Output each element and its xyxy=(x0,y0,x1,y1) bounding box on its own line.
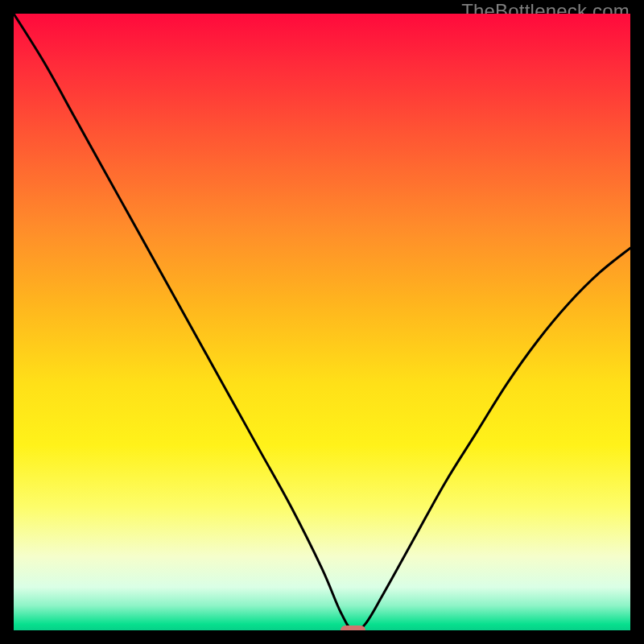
bottleneck-curve-line xyxy=(14,14,630,630)
curve-svg xyxy=(14,14,630,630)
plot-area xyxy=(14,14,630,630)
bottleneck-chart: TheBottleneck.com xyxy=(0,0,644,644)
optimal-marker xyxy=(341,625,365,630)
